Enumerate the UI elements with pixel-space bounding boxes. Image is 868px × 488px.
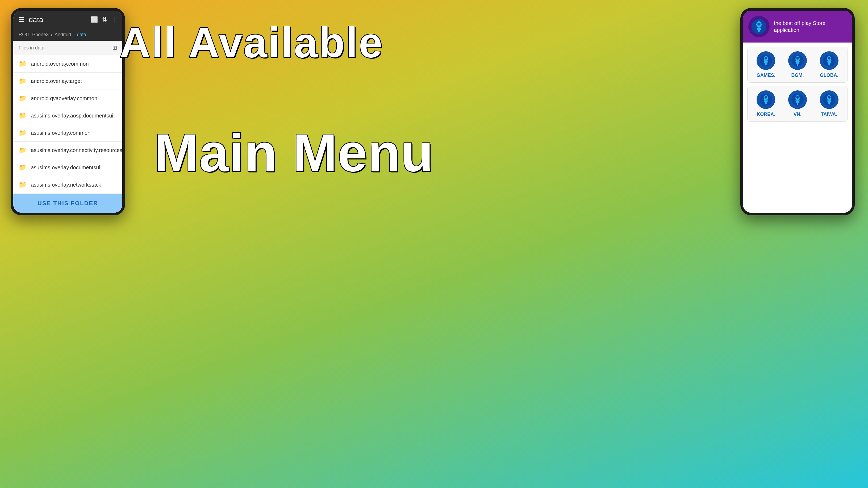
games-label: GAMES. xyxy=(756,72,775,78)
files-in-data-label: Files in data xyxy=(19,45,44,51)
breadcrumb-item-android[interactable]: Android xyxy=(55,32,71,37)
app-title: the best off play Store application xyxy=(774,20,847,33)
file-list: 📁 android.overlay.common 📁 android.overl… xyxy=(13,55,122,194)
grid-cell-games[interactable]: GAMES. xyxy=(752,51,780,78)
svg-point-27 xyxy=(828,96,831,99)
file-name: asusims.overlay.connectivity.resources xyxy=(31,147,122,153)
breadcrumb: ROG_Phone3 › Android › data xyxy=(13,29,122,41)
folder-icon: 📁 xyxy=(19,129,27,137)
phone-left: ☰ data ⬜ ⇅ ⋮ ROG_Phone3 › Android › data… xyxy=(11,8,125,215)
svg-point-11 xyxy=(796,57,799,60)
topbar-left: ☰ data ⬜ ⇅ ⋮ xyxy=(13,11,122,29)
breadcrumb-item-rog[interactable]: ROG_Phone3 xyxy=(19,32,49,37)
grid-cell-globa[interactable]: GLOBA. xyxy=(815,51,843,78)
list-item[interactable]: 📁 android.overlay.target xyxy=(13,72,122,90)
phone-left-screen: ☰ data ⬜ ⇅ ⋮ ROG_Phone3 › Android › data… xyxy=(13,11,122,213)
grid-cell-vn[interactable]: VN. xyxy=(783,90,812,117)
folder-title: data xyxy=(29,15,86,24)
svg-point-23 xyxy=(796,96,799,99)
use-folder-button[interactable]: USE THIS FOLDER xyxy=(13,194,122,213)
grid-cell-taiwa[interactable]: TAIWA. xyxy=(815,90,843,117)
breadcrumb-item-data[interactable]: data xyxy=(77,32,86,37)
globa-label: GLOBA. xyxy=(820,72,838,78)
app-grid-area: GAMES. BGM. xyxy=(743,42,852,213)
list-item[interactable]: 📁 asusims.overlay.aosp.documentsui xyxy=(13,107,122,124)
vn-label: VN. xyxy=(794,111,802,117)
grid-row-1: GAMES. BGM. xyxy=(747,47,848,83)
folder-icon: 📁 xyxy=(19,147,27,154)
svg-point-19 xyxy=(765,96,767,99)
folder-icon: 📁 xyxy=(19,181,27,189)
phone-right: the best off play Store application GAME… xyxy=(740,8,855,215)
korea-label: KOREA. xyxy=(756,111,775,117)
file-name: android.qvaoverlay.common xyxy=(31,95,117,101)
app-logo xyxy=(748,16,770,37)
folder-icon: 📁 xyxy=(19,95,27,102)
menu-icon[interactable]: ☰ xyxy=(19,16,25,23)
app-logo-icon xyxy=(751,19,767,35)
games-icon xyxy=(756,51,775,70)
list-item[interactable]: 📁 asusims.overlay.documentsui xyxy=(13,159,122,176)
folder-icon: 📁 xyxy=(19,77,27,85)
file-name: asusims.overlay.documentsui xyxy=(31,165,117,171)
phone-right-screen: the best off play Store application GAME… xyxy=(743,11,852,213)
file-name: asusims.overlay.common xyxy=(31,130,117,136)
breadcrumb-sep-2: › xyxy=(73,32,75,37)
list-item[interactable]: 📁 android.overlay.common xyxy=(13,55,122,72)
files-header: Files in data ⊞ xyxy=(13,41,122,55)
svg-point-15 xyxy=(828,57,831,60)
folder-icon: 📁 xyxy=(19,60,27,67)
bgm-icon xyxy=(788,51,807,70)
globa-icon xyxy=(820,51,838,70)
svg-point-7 xyxy=(765,57,767,60)
folder-icon: 📁 xyxy=(19,164,27,171)
grid-row-2: KOREA. VN. xyxy=(747,86,848,122)
file-name: android.overlay.target xyxy=(31,78,117,84)
all-available-text: All Available xyxy=(120,21,383,64)
taiwa-icon xyxy=(820,90,838,109)
topbar-icons: ⬜ ⇅ ⋮ xyxy=(91,16,117,23)
main-menu-text: Main Menu xyxy=(154,122,434,184)
folder-icon: 📁 xyxy=(19,112,27,119)
breadcrumb-sep-1: › xyxy=(51,32,52,37)
file-name: android.overlay.common xyxy=(31,61,117,67)
list-item[interactable]: 📁 asusims.overlay.connectivity.resources xyxy=(13,142,122,159)
grid-cell-korea[interactable]: KOREA. xyxy=(752,90,780,117)
folder-view-icon[interactable]: ⬜ xyxy=(91,16,98,23)
file-name: asusims.overlay.networkstack xyxy=(31,182,117,188)
list-item[interactable]: 📁 asusims.overlay.common xyxy=(13,124,122,142)
app-header: the best off play Store application xyxy=(743,11,852,42)
list-item[interactable]: 📁 asusims.overlay.networkstack xyxy=(13,176,122,194)
grid-cell-bgm[interactable]: BGM. xyxy=(783,51,812,78)
bgm-label: BGM. xyxy=(792,72,804,78)
grid-toggle-icon[interactable]: ⊞ xyxy=(112,44,117,51)
file-name: asusims.overlay.aosp.documentsui xyxy=(31,113,117,119)
korea-icon xyxy=(756,90,775,109)
taiwa-label: TAIWA. xyxy=(821,111,837,117)
sort-icon[interactable]: ⇅ xyxy=(102,16,107,23)
more-icon[interactable]: ⋮ xyxy=(111,16,117,23)
list-item[interactable]: 📁 android.qvaoverlay.common xyxy=(13,90,122,107)
background xyxy=(0,0,868,488)
vn-icon xyxy=(788,90,807,109)
